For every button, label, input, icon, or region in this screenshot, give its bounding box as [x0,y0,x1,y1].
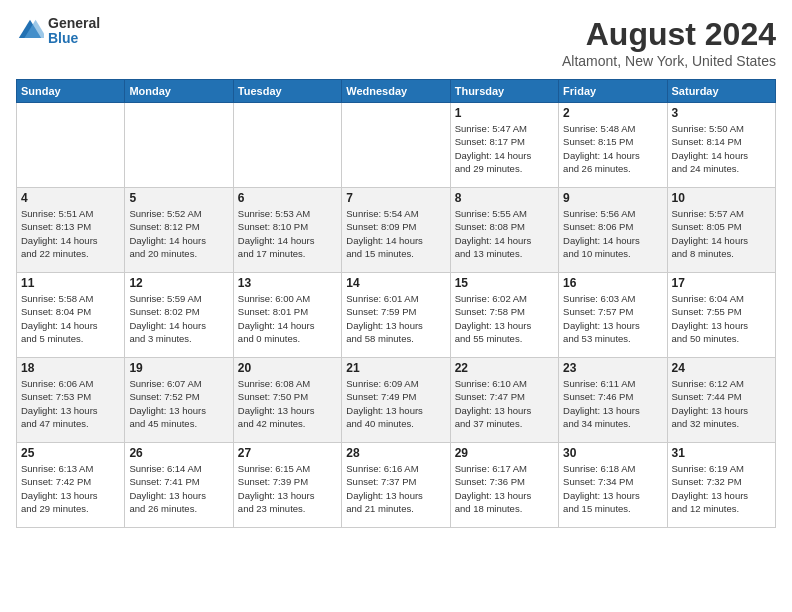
day-number: 9 [563,191,662,205]
calendar-cell: 28Sunrise: 6:16 AM Sunset: 7:37 PM Dayli… [342,443,450,528]
day-number: 5 [129,191,228,205]
day-info: Sunrise: 6:16 AM Sunset: 7:37 PM Dayligh… [346,462,445,515]
main-title: August 2024 [562,16,776,53]
calendar-cell [233,103,341,188]
calendar-cell [342,103,450,188]
calendar-cell: 15Sunrise: 6:02 AM Sunset: 7:58 PM Dayli… [450,273,558,358]
calendar-cell: 29Sunrise: 6:17 AM Sunset: 7:36 PM Dayli… [450,443,558,528]
calendar-cell: 1Sunrise: 5:47 AM Sunset: 8:17 PM Daylig… [450,103,558,188]
day-number: 1 [455,106,554,120]
weekday-header-friday: Friday [559,80,667,103]
day-number: 19 [129,361,228,375]
day-number: 18 [21,361,120,375]
day-number: 14 [346,276,445,290]
calendar-cell [17,103,125,188]
title-block: August 2024 Altamont, New York, United S… [562,16,776,69]
day-number: 25 [21,446,120,460]
logo: General Blue [16,16,100,47]
week-row-1: 1Sunrise: 5:47 AM Sunset: 8:17 PM Daylig… [17,103,776,188]
calendar-cell: 19Sunrise: 6:07 AM Sunset: 7:52 PM Dayli… [125,358,233,443]
calendar-cell: 5Sunrise: 5:52 AM Sunset: 8:12 PM Daylig… [125,188,233,273]
day-info: Sunrise: 5:56 AM Sunset: 8:06 PM Dayligh… [563,207,662,260]
calendar-cell: 22Sunrise: 6:10 AM Sunset: 7:47 PM Dayli… [450,358,558,443]
day-number: 26 [129,446,228,460]
day-number: 20 [238,361,337,375]
page-header: General Blue August 2024 Altamont, New Y… [16,16,776,69]
day-info: Sunrise: 5:47 AM Sunset: 8:17 PM Dayligh… [455,122,554,175]
day-number: 3 [672,106,771,120]
calendar-cell: 4Sunrise: 5:51 AM Sunset: 8:13 PM Daylig… [17,188,125,273]
logo-text: General Blue [48,16,100,47]
calendar-cell: 20Sunrise: 6:08 AM Sunset: 7:50 PM Dayli… [233,358,341,443]
day-info: Sunrise: 6:18 AM Sunset: 7:34 PM Dayligh… [563,462,662,515]
day-number: 27 [238,446,337,460]
day-info: Sunrise: 6:17 AM Sunset: 7:36 PM Dayligh… [455,462,554,515]
day-info: Sunrise: 5:54 AM Sunset: 8:09 PM Dayligh… [346,207,445,260]
day-number: 28 [346,446,445,460]
day-info: Sunrise: 6:02 AM Sunset: 7:58 PM Dayligh… [455,292,554,345]
calendar-cell: 30Sunrise: 6:18 AM Sunset: 7:34 PM Dayli… [559,443,667,528]
weekday-header-tuesday: Tuesday [233,80,341,103]
calendar-cell: 14Sunrise: 6:01 AM Sunset: 7:59 PM Dayli… [342,273,450,358]
day-number: 12 [129,276,228,290]
day-number: 23 [563,361,662,375]
day-info: Sunrise: 5:52 AM Sunset: 8:12 PM Dayligh… [129,207,228,260]
week-row-5: 25Sunrise: 6:13 AM Sunset: 7:42 PM Dayli… [17,443,776,528]
week-row-3: 11Sunrise: 5:58 AM Sunset: 8:04 PM Dayli… [17,273,776,358]
calendar-cell: 27Sunrise: 6:15 AM Sunset: 7:39 PM Dayli… [233,443,341,528]
calendar-cell: 31Sunrise: 6:19 AM Sunset: 7:32 PM Dayli… [667,443,775,528]
day-number: 8 [455,191,554,205]
day-number: 7 [346,191,445,205]
day-info: Sunrise: 5:55 AM Sunset: 8:08 PM Dayligh… [455,207,554,260]
logo-icon [16,17,44,45]
day-number: 21 [346,361,445,375]
calendar-cell: 16Sunrise: 6:03 AM Sunset: 7:57 PM Dayli… [559,273,667,358]
day-info: Sunrise: 6:04 AM Sunset: 7:55 PM Dayligh… [672,292,771,345]
calendar-cell: 24Sunrise: 6:12 AM Sunset: 7:44 PM Dayli… [667,358,775,443]
calendar-header: SundayMondayTuesdayWednesdayThursdayFrid… [17,80,776,103]
day-info: Sunrise: 6:14 AM Sunset: 7:41 PM Dayligh… [129,462,228,515]
calendar-body: 1Sunrise: 5:47 AM Sunset: 8:17 PM Daylig… [17,103,776,528]
day-info: Sunrise: 5:50 AM Sunset: 8:14 PM Dayligh… [672,122,771,175]
calendar-cell: 9Sunrise: 5:56 AM Sunset: 8:06 PM Daylig… [559,188,667,273]
day-number: 10 [672,191,771,205]
calendar-cell [125,103,233,188]
calendar-cell: 11Sunrise: 5:58 AM Sunset: 8:04 PM Dayli… [17,273,125,358]
day-number: 6 [238,191,337,205]
day-info: Sunrise: 6:12 AM Sunset: 7:44 PM Dayligh… [672,377,771,430]
day-info: Sunrise: 6:13 AM Sunset: 7:42 PM Dayligh… [21,462,120,515]
calendar-cell: 7Sunrise: 5:54 AM Sunset: 8:09 PM Daylig… [342,188,450,273]
calendar-cell: 18Sunrise: 6:06 AM Sunset: 7:53 PM Dayli… [17,358,125,443]
day-number: 4 [21,191,120,205]
day-info: Sunrise: 6:08 AM Sunset: 7:50 PM Dayligh… [238,377,337,430]
day-number: 16 [563,276,662,290]
weekday-header-thursday: Thursday [450,80,558,103]
day-info: Sunrise: 5:53 AM Sunset: 8:10 PM Dayligh… [238,207,337,260]
calendar-cell: 3Sunrise: 5:50 AM Sunset: 8:14 PM Daylig… [667,103,775,188]
day-info: Sunrise: 6:19 AM Sunset: 7:32 PM Dayligh… [672,462,771,515]
day-number: 31 [672,446,771,460]
subtitle: Altamont, New York, United States [562,53,776,69]
day-info: Sunrise: 5:58 AM Sunset: 8:04 PM Dayligh… [21,292,120,345]
weekday-header-monday: Monday [125,80,233,103]
day-info: Sunrise: 6:09 AM Sunset: 7:49 PM Dayligh… [346,377,445,430]
day-info: Sunrise: 5:59 AM Sunset: 8:02 PM Dayligh… [129,292,228,345]
day-info: Sunrise: 5:57 AM Sunset: 8:05 PM Dayligh… [672,207,771,260]
week-row-2: 4Sunrise: 5:51 AM Sunset: 8:13 PM Daylig… [17,188,776,273]
day-info: Sunrise: 6:00 AM Sunset: 8:01 PM Dayligh… [238,292,337,345]
calendar-cell: 13Sunrise: 6:00 AM Sunset: 8:01 PM Dayli… [233,273,341,358]
calendar-cell: 23Sunrise: 6:11 AM Sunset: 7:46 PM Dayli… [559,358,667,443]
day-info: Sunrise: 6:06 AM Sunset: 7:53 PM Dayligh… [21,377,120,430]
calendar-cell: 10Sunrise: 5:57 AM Sunset: 8:05 PM Dayli… [667,188,775,273]
weekday-header-saturday: Saturday [667,80,775,103]
calendar-cell: 25Sunrise: 6:13 AM Sunset: 7:42 PM Dayli… [17,443,125,528]
day-number: 30 [563,446,662,460]
weekday-header-sunday: Sunday [17,80,125,103]
calendar-cell: 6Sunrise: 5:53 AM Sunset: 8:10 PM Daylig… [233,188,341,273]
day-number: 15 [455,276,554,290]
day-info: Sunrise: 6:15 AM Sunset: 7:39 PM Dayligh… [238,462,337,515]
day-number: 11 [21,276,120,290]
day-number: 29 [455,446,554,460]
day-number: 17 [672,276,771,290]
calendar-cell: 17Sunrise: 6:04 AM Sunset: 7:55 PM Dayli… [667,273,775,358]
